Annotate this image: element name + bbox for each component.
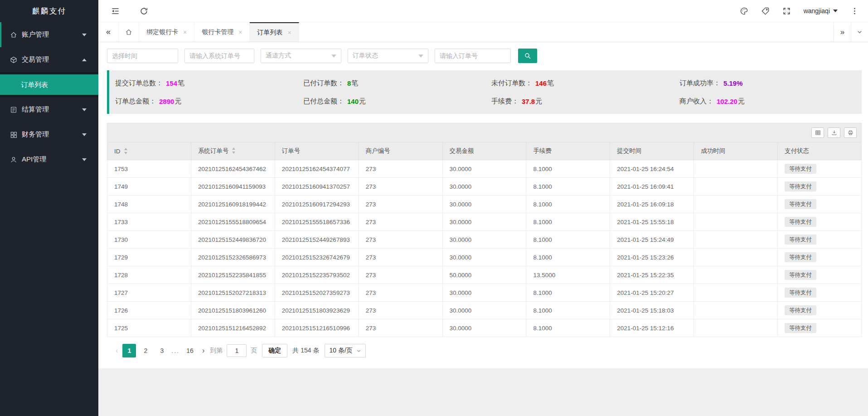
- prev-page-button[interactable]: ‹: [116, 347, 118, 355]
- app-root: 麒麟支付 账户管理交易管理订单列表结算管理财务管理API管理 wangjiaqi…: [0, 0, 868, 416]
- chevron-down-icon: [82, 133, 87, 136]
- sidebar-item-accounts[interactable]: 账户管理: [0, 22, 98, 47]
- tabs-menu-button[interactable]: [851, 22, 868, 42]
- cell-id: 1725: [107, 319, 191, 337]
- status-badge: 等待支付: [785, 323, 816, 333]
- cell-status: 等待支付: [778, 196, 862, 213]
- close-icon[interactable]: ×: [183, 29, 187, 36]
- filter-input-time[interactable]: [107, 49, 178, 63]
- cell-order-no: 20210125155518657336: [275, 213, 359, 231]
- stat-suffix: 元: [359, 97, 366, 106]
- cell-merchant: 273: [359, 266, 442, 284]
- sort-icon[interactable]: [232, 147, 236, 154]
- cell-amount: 30.0000: [442, 302, 526, 319]
- select-placeholder: 订单状态: [353, 52, 378, 60]
- chevron-down-icon: [356, 348, 361, 353]
- sidebar-item-transactions[interactable]: 交易管理: [0, 47, 98, 72]
- column-header-id[interactable]: ID: [107, 142, 191, 160]
- sidebar-item-settlement[interactable]: 结算管理: [0, 97, 98, 122]
- sidebar-item-label: 账户管理: [22, 30, 82, 39]
- cell-merchant: 273: [359, 160, 442, 178]
- goto-page-input[interactable]: [227, 344, 247, 357]
- sidebar-item-order-list[interactable]: 订单列表: [0, 74, 98, 95]
- tabs-scroll-left-button[interactable]: «: [98, 22, 118, 42]
- stat-suffix: 元: [738, 97, 745, 106]
- cell-submit-time: 2021-01-25 15:18:03: [610, 302, 694, 319]
- column-header-merchant-no: 商户编号: [359, 142, 442, 160]
- close-icon[interactable]: ×: [238, 29, 242, 36]
- filter-select-channel[interactable]: 通道方式: [261, 49, 341, 63]
- sidebar-item-finance[interactable]: 财务管理: [0, 122, 98, 147]
- cell-id: 1733: [107, 213, 191, 231]
- tab-bind-bank-card[interactable]: 绑定银行卡×: [139, 22, 194, 42]
- home-icon: [125, 29, 132, 36]
- tab-bar: « 绑定银行卡×银行卡管理×订单列表× »: [98, 22, 868, 42]
- cell-submit-time: 2021-01-25 15:22:35: [610, 266, 694, 284]
- cell-order-no: 20210125162454374077: [275, 160, 359, 178]
- document-icon: [10, 106, 17, 113]
- cell-amount: 30.0000: [442, 196, 526, 213]
- more-menu-icon[interactable]: [850, 7, 859, 15]
- cell-status: 等待支付: [778, 178, 862, 196]
- cell-id: 1726: [107, 302, 191, 319]
- tag-icon[interactable]: [761, 7, 770, 15]
- user-menu[interactable]: wangjiaqi: [804, 7, 838, 15]
- cell-success-time: [694, 196, 778, 213]
- total-count: 共 154 条: [292, 347, 319, 355]
- username: wangjiaqi: [804, 7, 830, 15]
- refresh-icon[interactable]: [140, 7, 148, 15]
- search-button[interactable]: [518, 49, 537, 63]
- export-button[interactable]: [828, 127, 840, 138]
- chevron-down-icon: [833, 10, 838, 12]
- stat-suffix: 笔: [547, 79, 554, 88]
- sort-icon[interactable]: [124, 148, 128, 154]
- cell-sys-no: 20210125152449836720: [191, 231, 275, 249]
- print-button[interactable]: [844, 127, 857, 138]
- columns-button[interactable]: [811, 127, 824, 138]
- page-button-16[interactable]: 16: [183, 344, 197, 357]
- table-icon: [815, 130, 821, 136]
- filter-input-order-no[interactable]: [435, 49, 511, 63]
- tab-bank-card-management[interactable]: 银行卡管理×: [194, 22, 250, 42]
- confirm-page-button[interactable]: 确定: [262, 344, 287, 357]
- filter-select-order-status[interactable]: 订单状态: [348, 49, 428, 63]
- stat-item: 提交订单总数：154笔: [109, 77, 297, 89]
- cell-amount: 30.0000: [442, 319, 526, 337]
- close-icon[interactable]: ×: [287, 29, 291, 36]
- topbar-left: [111, 7, 148, 15]
- status-badge: 等待支付: [785, 235, 816, 245]
- stat-label: 未付订单数：: [491, 79, 532, 88]
- column-label: 支付状态: [785, 147, 809, 154]
- theme-palette-icon[interactable]: [740, 7, 748, 15]
- page-size-select[interactable]: 10 条/页: [325, 344, 365, 357]
- page-button-3[interactable]: 3: [155, 344, 169, 357]
- cell-status: 等待支付: [778, 319, 862, 337]
- cell-fee: 8.1000: [526, 213, 610, 231]
- filter-input-sys-order-no[interactable]: [184, 49, 254, 63]
- tab-order-list[interactable]: 订单列表×: [250, 22, 299, 42]
- fold-menu-icon[interactable]: [111, 7, 120, 15]
- stat-value: 2890: [159, 98, 174, 105]
- tab-home[interactable]: [118, 22, 139, 42]
- next-page-button[interactable]: ›: [202, 347, 204, 355]
- column-header-sys-order-no[interactable]: 系统订单号: [191, 142, 275, 160]
- cell-success-time: [694, 213, 778, 231]
- tabs-scroll-right-button[interactable]: »: [834, 22, 851, 42]
- filter-bar: 通道方式订单状态: [98, 42, 868, 63]
- stats-summary: 提交订单总数：154笔已付订单数：8笔未付订单数：146笔订单成功率：5.19%…: [107, 70, 862, 114]
- sidebar-item-api[interactable]: API管理: [0, 147, 98, 172]
- column-header-submit-time: 提交时间: [610, 142, 694, 160]
- column-label: 提交时间: [617, 147, 641, 154]
- chevron-down-icon: [418, 54, 423, 58]
- fullscreen-icon[interactable]: [782, 7, 791, 15]
- sidebar: 麒麟支付 账户管理交易管理订单列表结算管理财务管理API管理: [0, 0, 98, 416]
- stat-item: 未付订单数：146笔: [485, 77, 674, 89]
- cell-amount: 30.0000: [442, 178, 526, 196]
- cell-sys-no: 20210125152235841855: [191, 266, 275, 284]
- table-row: 1753202101251624543674622021012516245437…: [107, 160, 862, 178]
- page-button-1[interactable]: 1: [122, 344, 136, 357]
- table-header-row: ID系统订单号订单号商户编号交易金额手续费提交时间成功时间支付状态: [107, 142, 862, 160]
- status-badge: 等待支付: [785, 305, 816, 316]
- page-button-2[interactable]: 2: [139, 344, 152, 357]
- table-row: 1729202101251523265869732021012515232674…: [107, 249, 862, 266]
